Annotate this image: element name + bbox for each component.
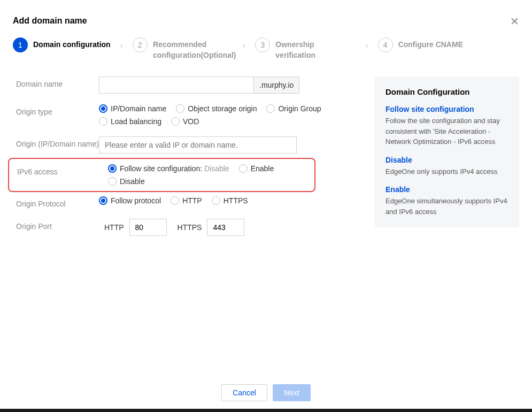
help-block-text: EdgeOne simultaneously supports IPv4 and… bbox=[385, 196, 508, 217]
chevron-right-icon: › bbox=[365, 37, 368, 50]
help-panel-title: Domain Configuration bbox=[385, 87, 508, 96]
radio-vod[interactable]: VOD bbox=[171, 117, 199, 126]
next-button[interactable]: Next bbox=[273, 384, 311, 401]
radio-icon bbox=[171, 196, 179, 205]
step-number-icon: 4 bbox=[378, 37, 393, 52]
radio-load-balancing[interactable]: Load balancing bbox=[99, 117, 161, 126]
port-http-label: HTTP bbox=[104, 223, 124, 232]
radio-icon bbox=[99, 196, 107, 205]
chevron-right-icon: › bbox=[243, 37, 245, 50]
step-recommended-configuration[interactable]: 2 Recommended configuration(Optional) bbox=[133, 37, 233, 60]
help-panel: Domain Configuration Follow site configu… bbox=[375, 77, 519, 227]
step-domain-configuration[interactable]: 1 Domain configuration bbox=[13, 37, 111, 52]
help-block-text: EdgeOne only supports IPv4 access bbox=[385, 166, 508, 177]
close-icon[interactable]: ✕ bbox=[510, 16, 519, 27]
help-block-title: Follow site configuration bbox=[385, 105, 508, 113]
radio-ip-domain[interactable]: IP/Domain name bbox=[99, 104, 166, 113]
step-number-icon: 1 bbox=[13, 37, 28, 52]
origin-label: Origin (IP/Domain name) bbox=[16, 136, 99, 148]
port-http-input[interactable] bbox=[129, 219, 167, 236]
step-configure-cname[interactable]: 4 Configure CNAME bbox=[378, 37, 463, 52]
radio-icon bbox=[108, 164, 117, 173]
port-https-input[interactable] bbox=[207, 219, 244, 236]
step-label: Configure CNAME bbox=[398, 37, 463, 50]
origin-type-label: Origin type bbox=[16, 104, 99, 116]
origin-input[interactable] bbox=[99, 136, 297, 154]
ipv6-label: IPv6 access bbox=[17, 164, 108, 176]
radio-icon bbox=[99, 117, 107, 126]
radio-icon bbox=[99, 104, 107, 113]
radio-icon bbox=[212, 196, 220, 205]
radio-icon bbox=[108, 177, 117, 186]
radio-icon bbox=[266, 104, 275, 113]
cancel-button[interactable]: Cancel bbox=[221, 384, 267, 401]
step-label: Ownership verification bbox=[275, 37, 356, 60]
help-block-title: Disable bbox=[385, 156, 508, 164]
step-label: Domain configuration bbox=[33, 37, 111, 50]
radio-ipv6-enable[interactable]: Enable bbox=[239, 164, 274, 173]
radio-icon bbox=[239, 164, 248, 173]
step-number-icon: 3 bbox=[255, 37, 270, 52]
domain-name-label: Domain name bbox=[16, 77, 99, 88]
origin-port-label: Origin Port bbox=[16, 219, 99, 231]
chevron-right-icon: › bbox=[120, 37, 123, 50]
page-title: Add domain name bbox=[13, 16, 87, 26]
radio-https[interactable]: HTTPS bbox=[212, 196, 248, 205]
port-https-label: HTTPS bbox=[178, 223, 202, 232]
step-number-icon: 2 bbox=[133, 37, 148, 52]
domain-name-input[interactable] bbox=[99, 77, 254, 94]
step-label: Recommended configuration(Optional) bbox=[153, 37, 233, 60]
step-wizard: 1 Domain configuration › 2 Recommended c… bbox=[0, 37, 532, 60]
radio-ipv6-disable[interactable]: Disable bbox=[108, 177, 145, 186]
origin-protocol-label: Origin Protocol bbox=[16, 196, 99, 208]
help-block-title: Enable bbox=[385, 185, 508, 194]
domain-suffix: .murphy.io bbox=[254, 77, 299, 94]
radio-icon bbox=[176, 104, 184, 113]
radio-origin-group[interactable]: Origin Group bbox=[266, 104, 321, 113]
radio-ipv6-follow[interactable]: Follow site configuration: Disable bbox=[108, 164, 229, 173]
radio-icon bbox=[171, 117, 180, 126]
ipv6-highlight: IPv6 access Follow site configuration: D… bbox=[8, 158, 315, 192]
radio-follow-protocol[interactable]: Follow protocol bbox=[99, 196, 161, 205]
radio-object-storage[interactable]: Object storage origin bbox=[176, 104, 257, 113]
step-ownership-verification[interactable]: 3 Ownership verification bbox=[255, 37, 356, 60]
bottom-bar bbox=[0, 409, 532, 412]
help-block-text: Follow the site configuration and stay c… bbox=[385, 116, 508, 147]
radio-http[interactable]: HTTP bbox=[171, 196, 202, 205]
